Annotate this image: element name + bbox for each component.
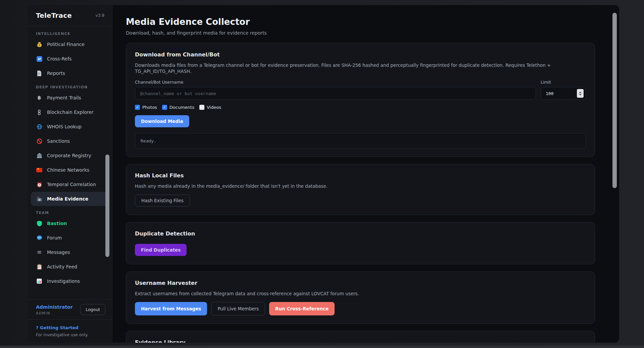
stepper-up-icon[interactable] (579, 92, 582, 93)
checkbox-photos[interactable]: ✓Photos (135, 105, 157, 110)
sidebar-item-label: Media Evidence (47, 196, 88, 202)
username-label: Channel/Bot Username (135, 80, 536, 85)
globe-icon (36, 124, 43, 130)
sidebar-item-media-evidence[interactable]: Media Evidence (31, 192, 109, 206)
download-media-button[interactable]: Download Media (135, 115, 189, 127)
library-card-title: Evidence Library (135, 339, 586, 343)
hash-card-title: Hash Local Files (135, 172, 586, 179)
sidebar-item-sanctions[interactable]: Sanctions (31, 134, 109, 148)
china-flag-icon: ★ (36, 168, 43, 172)
sidebar-item-whois-lookup[interactable]: WHOIS Lookup (31, 120, 109, 134)
sidebar-item-temporal-correlation[interactable]: Temporal Correlation (31, 177, 109, 191)
media-type-checkboxes: ✓Photos✓DocumentsVideos (135, 105, 586, 110)
sidebar-item-activity-feed[interactable]: Activity Feed (31, 260, 109, 274)
sidebar-footer: ? Getting Started For investigative use … (28, 319, 112, 343)
page-subtitle: Download, hash, and fingerprint media fo… (126, 30, 595, 36)
section-label-intelligence: INTELLIGENCE (28, 32, 112, 36)
shield-icon (36, 221, 43, 226)
channel-username-input[interactable] (135, 87, 536, 100)
sidebar-item-forum[interactable]: Forum (31, 231, 109, 245)
limit-label: Limit (541, 80, 586, 85)
sidebar-item-reports[interactable]: Reports (31, 66, 109, 80)
download-status-output: Ready. (135, 133, 586, 148)
sidebar-item-label: Bastion (47, 221, 67, 226)
sidebar-item-investigations[interactable]: Investigations (31, 274, 109, 288)
bank-icon (36, 153, 43, 158)
sidebar-user-panel: Administrator ADMIN Logout (28, 299, 112, 319)
sidebar-item-chinese-networks[interactable]: ★Chinese Networks (31, 163, 109, 177)
sidebar-item-payment-trails[interactable]: ฿Payment Trails (31, 91, 109, 105)
run-cross-reference-button[interactable]: Run Cross-Reference (269, 302, 335, 315)
checkbox-videos[interactable]: Videos (199, 105, 221, 110)
sidebar-header: TeleTrace v3.9 (28, 5, 112, 26)
library-card: Evidence Library (126, 331, 595, 343)
sidebar: TeleTrace v3.9 INTELLIGENCE$Political Fi… (28, 5, 112, 343)
sidebar-item-political-finance[interactable]: $Political Finance (31, 37, 109, 51)
bar-chart-icon (36, 278, 43, 284)
checkbox-documents[interactable]: ✓Documents (162, 105, 194, 110)
duplicates-card-title: Duplicate Detection (135, 230, 586, 237)
page-title: Media Evidence Collector (126, 16, 595, 28)
sidebar-item-blockchain-explorer[interactable]: Blockchain Explorer (31, 105, 109, 119)
getting-started-link[interactable]: ? Getting Started (36, 325, 104, 330)
stepper-down-icon[interactable] (579, 94, 582, 95)
sidebar-item-label: Reports (47, 71, 65, 76)
sidebar-item-messages[interactable]: ✉Messages (31, 245, 109, 259)
bitcoin-icon: ฿ (36, 95, 43, 100)
sidebar-item-label: Activity Feed (47, 264, 77, 269)
sidebar-item-label: Political Finance (47, 42, 85, 47)
sidebar-item-corporate-registry[interactable]: Corporate Registry (31, 148, 109, 163)
app-title: TeleTrace (36, 11, 72, 19)
sidebar-item-label: Corporate Registry (47, 153, 91, 158)
main-scrollbar-thumb[interactable] (612, 13, 617, 188)
sidebar-scrollbar-thumb[interactable] (105, 155, 109, 257)
sidebar-item-label: Forum (47, 235, 62, 241)
unchecked-checkbox-icon[interactable] (199, 105, 204, 110)
harvest-from-messages-button[interactable]: Harvest from Messages (135, 302, 207, 315)
alarm-clock-icon (36, 182, 43, 187)
sidebar-item-cross-refs[interactable]: ⇄Cross-Refs (31, 52, 109, 66)
harvester-card: Username Harvester Extract usernames fro… (126, 271, 595, 324)
pull-live-members-button[interactable]: Pull Live Members (211, 302, 265, 315)
checked-checkbox-icon[interactable]: ✓ (135, 105, 140, 110)
harvester-card-description: Extract usernames from collected Telegra… (135, 291, 586, 297)
app-window: TeleTrace v3.9 INTELLIGENCE$Political Fi… (28, 5, 619, 343)
download-card: Download from Channel/Bot Downloads medi… (126, 43, 595, 157)
sidebar-item-label: Payment Trails (47, 95, 81, 100)
sidebar-item-label: Cross-Refs (47, 56, 71, 61)
logout-button[interactable]: Logout (80, 304, 105, 315)
hash-existing-files-button[interactable]: Hash Existing Files (135, 194, 190, 207)
download-card-description: Downloads media files from a Telegram ch… (135, 62, 586, 74)
prohibited-icon (36, 138, 43, 144)
sidebar-item-label: Investigations (47, 278, 80, 284)
sidebar-item-bastion[interactable]: Bastion (31, 216, 109, 230)
checkbox-label: Documents (169, 105, 194, 110)
sidebar-nav: INTELLIGENCE$Political Finance⇄Cross-Ref… (28, 26, 112, 299)
checkbox-label: Photos (142, 105, 157, 110)
sidebar-item-label: Chinese Networks (47, 167, 89, 173)
hash-card: Hash Local Files Hash any media already … (126, 164, 595, 215)
number-stepper[interactable] (577, 89, 584, 98)
sidebar-item-label: Blockchain Explorer (47, 110, 94, 115)
section-label-team: TEAM (28, 211, 112, 215)
footer-note: For investigative use only. (36, 333, 104, 337)
hash-card-description: Hash any media already in the media_evid… (135, 183, 586, 189)
user-name: Administrator (36, 304, 73, 310)
clipboard-icon (36, 264, 43, 270)
find-duplicates-button[interactable]: Find Duplicates (135, 244, 187, 256)
speech-bubble-icon (36, 235, 43, 241)
svg-text:$: $ (38, 43, 40, 46)
sidebar-item-label: Messages (47, 250, 70, 255)
chain-icon (36, 110, 43, 115)
user-role: ADMIN (36, 311, 73, 315)
checkbox-label: Videos (207, 105, 221, 110)
envelope-icon: ✉ (36, 250, 43, 255)
section-label-deep-investigation: DEEP INVESTIGATION (28, 85, 112, 89)
harvester-button-row: Harvest from MessagesPull Live MembersRu… (135, 302, 586, 315)
checked-checkbox-icon[interactable]: ✓ (162, 105, 167, 110)
harvester-card-title: Username Harvester (135, 280, 586, 287)
money-bag-icon: $ (36, 42, 43, 47)
download-card-title: Download from Channel/Bot (135, 51, 586, 58)
shuffle-icon: ⇄ (36, 56, 43, 62)
bottom-strip (0, 346, 644, 348)
